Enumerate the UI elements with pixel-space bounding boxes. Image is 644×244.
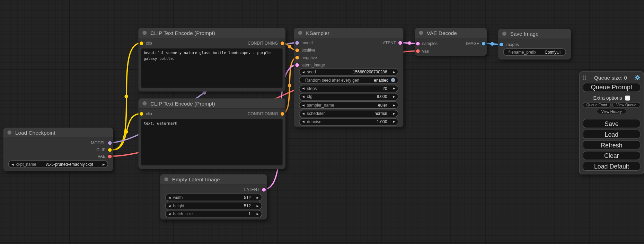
settings-gear-icon[interactable] bbox=[635, 75, 641, 81]
stepper-right-icon[interactable]: ▶ bbox=[393, 104, 395, 107]
port-dot-latent[interactable] bbox=[398, 41, 402, 45]
stepper-left-icon[interactable]: ◀ bbox=[302, 87, 305, 90]
port-dot-clip[interactable] bbox=[108, 148, 112, 152]
port-dot-conditioning[interactable] bbox=[295, 56, 299, 60]
node-empty-latent-image[interactable]: Empty Latent Image LATENT ◀ width 512 ▶ … bbox=[160, 174, 267, 219]
widget-label: ckpt_name bbox=[16, 162, 36, 166]
stepper-left-icon[interactable]: ◀ bbox=[168, 204, 170, 207]
stepper-left-icon[interactable]: ◀ bbox=[302, 104, 305, 107]
widget-value: normal bbox=[374, 111, 387, 116]
sampler-name-widget[interactable]: ◀ sampler_name euler ▶ bbox=[299, 101, 398, 109]
node-collapse-dot[interactable] bbox=[142, 101, 147, 106]
node-collapse-dot[interactable] bbox=[142, 31, 147, 35]
refresh-button[interactable]: Refresh bbox=[583, 140, 640, 149]
port-dot-latent[interactable] bbox=[295, 63, 299, 67]
batch-size-widget[interactable]: ◀ batch_size 1 ▶ bbox=[165, 210, 262, 217]
stepper-left-icon[interactable]: ◀ bbox=[168, 196, 170, 199]
ckpt-name-widget[interactable]: ◀ ckpt_name v1-5-pruned-emaonly.ckpt ▶ bbox=[8, 161, 108, 168]
port-dot-image[interactable] bbox=[500, 43, 503, 46]
queue-prompt-button[interactable]: Queue Prompt bbox=[583, 83, 640, 92]
view-queue-button[interactable]: View Queue bbox=[612, 102, 641, 107]
link-midpoint-dot bbox=[124, 130, 128, 133]
view-history-button[interactable]: View History bbox=[597, 109, 626, 114]
stepper-right-icon[interactable]: ▶ bbox=[257, 213, 259, 215]
toggle-enabled-icon[interactable] bbox=[391, 78, 395, 82]
input-model: model bbox=[295, 40, 312, 45]
node-collapse-dot[interactable] bbox=[164, 177, 168, 181]
stepper-right-icon[interactable]: ▶ bbox=[393, 87, 395, 90]
extra-options-checkbox[interactable] bbox=[625, 96, 630, 100]
port-dot-model[interactable] bbox=[108, 141, 112, 145]
node-title: Empty Latent Image bbox=[172, 176, 220, 182]
stepper-right-icon[interactable]: ▶ bbox=[393, 120, 395, 123]
load-button[interactable]: Load bbox=[583, 130, 640, 139]
input-negative: negative bbox=[295, 55, 317, 60]
save-button[interactable]: Save bbox=[583, 119, 640, 128]
node-load-checkpoint[interactable]: Load Checkpoint MODEL CLIP VAE ◀ ckpt_na… bbox=[3, 128, 113, 171]
stepper-right-icon[interactable]: ▶ bbox=[257, 204, 259, 207]
node-title-bar[interactable]: KSampler bbox=[294, 28, 403, 38]
width-widget[interactable]: ◀ width 512 ▶ bbox=[165, 194, 262, 201]
stepper-right-icon[interactable]: ▶ bbox=[393, 96, 395, 98]
port-dot-latent[interactable] bbox=[416, 42, 420, 45]
negative-prompt-textarea[interactable]: text, watermark bbox=[141, 119, 283, 165]
node-ksampler[interactable]: KSampler model positive negative latent_… bbox=[294, 28, 403, 127]
link-midpoint-dot bbox=[491, 42, 494, 46]
port-dot-vae[interactable] bbox=[108, 154, 112, 158]
link-midpoint-dot bbox=[288, 45, 291, 48]
port-dot-latent[interactable] bbox=[262, 188, 266, 191]
node-title-bar[interactable]: CLIP Text Encode (Prompt) bbox=[139, 99, 285, 109]
drag-handle-icon[interactable] bbox=[583, 75, 586, 80]
port-label: VAE bbox=[98, 154, 106, 159]
cfg-widget[interactable]: ◀ cfg 8.000 ▶ bbox=[299, 93, 398, 100]
stepper-left-icon[interactable]: ◀ bbox=[11, 163, 14, 165]
port-label: model bbox=[301, 40, 312, 45]
port-dot-model[interactable] bbox=[295, 41, 299, 45]
stepper-right-icon[interactable]: ▶ bbox=[103, 163, 105, 165]
scheduler-widget[interactable]: ◀ scheduler normal ▶ bbox=[299, 110, 398, 117]
stepper-right-icon[interactable]: ▶ bbox=[393, 112, 395, 115]
stepper-left-icon[interactable]: ◀ bbox=[302, 112, 305, 115]
node-clip-text-encode-positive[interactable]: CLIP Text Encode (Prompt) clip CONDITION… bbox=[139, 28, 285, 92]
node-collapse-dot[interactable] bbox=[7, 130, 11, 135]
stepper-right-icon[interactable]: ▶ bbox=[257, 196, 259, 199]
port-dot-vae[interactable] bbox=[416, 49, 420, 53]
stepper-right-icon[interactable]: ▶ bbox=[393, 70, 395, 73]
random-seed-toggle-widget[interactable]: Random seed after every gen enabled bbox=[299, 76, 398, 84]
stepper-left-icon[interactable]: ◀ bbox=[168, 213, 170, 215]
stepper-left-icon[interactable]: ◀ bbox=[302, 70, 305, 73]
load-default-button[interactable]: Load Default bbox=[583, 162, 640, 171]
node-collapse-dot[interactable] bbox=[298, 31, 302, 35]
filename-prefix-widget[interactable]: filename_prefix ComfyUI bbox=[503, 48, 566, 56]
node-title-bar[interactable]: Empty Latent Image bbox=[160, 174, 267, 185]
port-dot-clip[interactable] bbox=[140, 112, 143, 116]
port-dot-image[interactable] bbox=[482, 42, 486, 45]
port-dot-conditioning[interactable] bbox=[295, 48, 299, 52]
node-save-image[interactable]: Save Image images filename_prefix ComfyU… bbox=[498, 29, 571, 60]
positive-prompt-textarea[interactable]: beautiful scenery nature glass bottle la… bbox=[141, 48, 283, 88]
node-title-bar[interactable]: VAE Decode bbox=[415, 28, 486, 38]
node-clip-text-encode-negative[interactable]: CLIP Text Encode (Prompt) clip CONDITION… bbox=[139, 99, 285, 169]
port-dot-clip[interactable] bbox=[140, 41, 143, 45]
node-title-bar[interactable]: Load Checkpoint bbox=[3, 128, 113, 138]
denoise-widget[interactable]: ◀ denoise 1.000 ▶ bbox=[299, 118, 398, 125]
height-widget[interactable]: ◀ height 512 ▶ bbox=[165, 202, 262, 209]
port-dot-conditioning[interactable] bbox=[281, 112, 284, 116]
widget-value: ComfyUI bbox=[545, 50, 561, 54]
node-collapse-dot[interactable] bbox=[502, 31, 506, 36]
port-label: IMAGE bbox=[466, 41, 479, 46]
queue-front-button[interactable]: Queue Front bbox=[583, 102, 611, 107]
link-midpoint-dot bbox=[288, 84, 291, 87]
steps-widget[interactable]: ◀ steps 20 ▶ bbox=[299, 85, 398, 92]
clear-button[interactable]: Clear bbox=[583, 151, 640, 160]
node-graph-canvas[interactable]: Load Checkpoint MODEL CLIP VAE ◀ ckpt_na… bbox=[0, 0, 644, 244]
node-title-bar[interactable]: CLIP Text Encode (Prompt) bbox=[139, 28, 285, 38]
seed-widget[interactable]: ◀ seed 156680208700286 ▶ bbox=[299, 68, 398, 75]
widget-label: sampler_name bbox=[307, 103, 334, 107]
node-vae-decode[interactable]: VAE Decode samples vae IMAGE bbox=[415, 28, 486, 56]
stepper-left-icon[interactable]: ◀ bbox=[302, 120, 305, 123]
port-dot-conditioning[interactable] bbox=[281, 41, 284, 45]
node-title-bar[interactable]: Save Image bbox=[498, 29, 571, 39]
node-collapse-dot[interactable] bbox=[419, 31, 423, 35]
stepper-left-icon[interactable]: ◀ bbox=[302, 96, 305, 98]
